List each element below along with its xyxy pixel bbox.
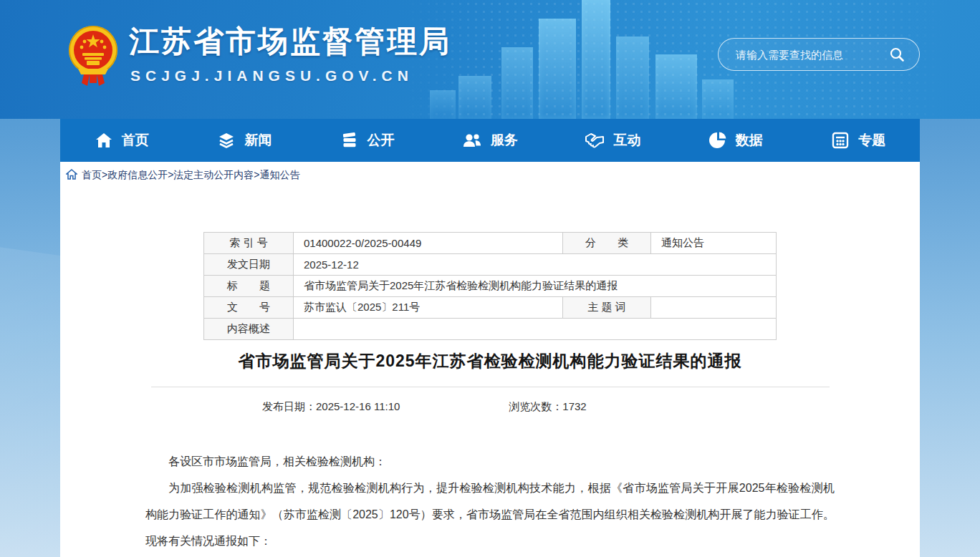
home-icon [95,131,113,150]
users-icon [462,131,482,150]
article-title: 省市场监管局关于2025年江苏省检验检测机构能力验证结果的通报 [60,350,920,372]
meta-value-category: 通知公告 [651,233,777,254]
layers-icon [217,131,236,150]
meta-value-title: 省市场监管局关于2025年江苏省检验检测机构能力验证结果的通报 [294,276,777,297]
meta-label-doc-number: 文 号 [204,297,294,319]
meta-value-keywords [651,297,777,319]
meta-label-keywords: 主 题 词 [563,297,651,319]
breadcrumb: 首页>政府信息公开>法定主动公开内容>通知公告 [60,169,920,182]
breadcrumb-home-icon [66,169,77,182]
meta-value-index-number: 01400022-0/2025-00449 [294,233,563,254]
publish-date-value: 2025-12-16 11:10 [316,400,400,412]
site-url: SCJGJ.JIANGSU.GOV.CN [130,67,413,84]
cityscape-decoration [501,47,533,119]
calculator-icon [831,131,850,150]
meta-value-summary [294,319,777,340]
article-paragraph: 为加强检验检测机构监管，规范检验检测机构行为，提升检验检测机构技术能力，根据《省… [145,475,835,554]
meta-value-doc-number: 苏市监认〔2025〕211号 [294,297,563,319]
meta-label-title: 标 题 [204,276,294,297]
search-icon[interactable] [888,45,906,64]
cityscape-decoration [458,76,491,119]
cityscape-decoration [702,79,734,119]
title-divider [151,387,830,387]
site-header: 江苏省市场监督管理局 SCJGJ.JIANGSU.GOV.CN [0,0,980,119]
meta-label-issue-date: 发文日期 [204,254,294,276]
table-row: 文 号 苏市监认〔2025〕211号 主 题 词 [204,297,777,319]
table-row: 标 题 省市场监管局关于2025年江苏省检验检测机构能力验证结果的通报 [204,276,777,297]
cityscape-decoration [539,19,576,119]
document-meta-table: 索 引 号 01400022-0/2025-00449 分 类 通知公告 发文日… [203,232,777,340]
cityscape-decoration [430,90,456,119]
view-count-value: 1732 [562,400,586,412]
nav-item-home[interactable]: 首页 [60,119,183,162]
meta-label-summary: 内容概述 [204,319,294,340]
meta-value-issue-date: 2025-12-12 [294,254,777,276]
article-body: 各设区市市场监管局，相关检验检测机构： 为加强检验检测机构监管，规范检验检测机构… [145,448,835,554]
nav-item-disclosure[interactable]: 公开 [306,119,428,162]
publish-date-label: 发布日期： [262,400,316,412]
nav-item-services[interactable]: 服务 [428,119,551,162]
table-row: 内容概述 [204,319,777,340]
national-emblem-logo [68,23,118,92]
meta-label-category: 分 类 [563,233,651,254]
breadcrumb-trail[interactable]: 首页>政府信息公开>法定主动公开内容>通知公告 [82,169,300,182]
nav-item-data[interactable]: 数据 [674,119,797,162]
cityscape-decoration [655,54,697,119]
cityscape-decoration [582,0,610,119]
article-paragraph: 各设区市市场监管局，相关检验检测机构： [145,448,835,475]
search-input[interactable] [736,49,888,61]
books-icon [340,131,359,150]
meta-label-index-number: 索 引 号 [204,233,294,254]
cityscape-decoration [616,37,649,119]
nav-item-news[interactable]: 新闻 [183,119,305,162]
nav-item-interaction[interactable]: 互动 [552,119,674,162]
view-count: 浏览次数：1732 [509,400,586,414]
publish-date: 发布日期：2025-12-16 11:10 [262,400,400,414]
main-navigation: 首页 新闻 公开 [60,119,920,162]
pie-chart-icon [708,131,727,150]
table-row: 发文日期 2025-12-12 [204,254,777,276]
nav-item-topics[interactable]: 专题 [797,119,920,162]
table-row: 索 引 号 01400022-0/2025-00449 分 类 通知公告 [204,233,777,254]
search-box[interactable] [718,38,920,71]
handshake-icon [585,131,605,150]
content-area: 首页>政府信息公开>法定主动公开内容>通知公告 索 引 号 01400022-0… [60,162,920,557]
view-count-label: 浏览次数： [509,400,562,412]
article-meta-row: 发布日期：2025-12-16 11:10 浏览次数：1732 [60,400,920,414]
site-name: 江苏省市场监督管理局 [129,21,451,62]
